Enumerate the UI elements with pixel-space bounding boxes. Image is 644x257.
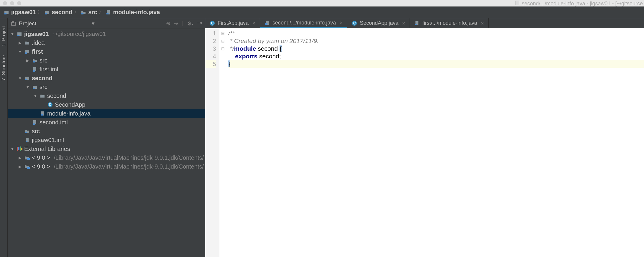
tree-row[interactable]: module-info.java xyxy=(8,109,205,118)
tab-label: FirstApp.java xyxy=(218,20,249,26)
tree-row[interactable]: second.iml xyxy=(8,118,205,127)
minimize-dot[interactable] xyxy=(10,1,14,5)
gear-icon[interactable]: ⚙▾ xyxy=(187,20,193,27)
tree-label: second.iml xyxy=(40,119,68,126)
folder-blue-icon xyxy=(80,9,86,15)
locate-icon[interactable]: ⊕ xyxy=(166,20,170,27)
autoscroll-icon[interactable]: ⇥ xyxy=(174,20,178,27)
folder-icon xyxy=(24,40,30,46)
window-titlebar: second/.../module-info.java - jigsaw01 -… xyxy=(0,0,644,6)
tree-row[interactable]: ▶src xyxy=(8,56,205,65)
collapse-icon[interactable]: ⭲ xyxy=(197,20,202,27)
tree-label: SecondApp xyxy=(55,101,85,108)
expand-toggle-icon[interactable]: ▼ xyxy=(10,147,15,151)
module-icon xyxy=(17,31,22,37)
tree-row[interactable]: ▶< 9.0 >/Library/Java/JavaVirtualMachine… xyxy=(8,153,205,162)
expand-toggle-icon[interactable]: ▶ xyxy=(18,41,22,45)
breadcrumb-item[interactable]: module-info.java xyxy=(105,9,160,16)
expand-toggle-icon[interactable]: ▶ xyxy=(25,58,30,63)
expand-toggle-icon[interactable]: ▼ xyxy=(18,76,22,80)
fold-toggle-icon[interactable]: ⊟ xyxy=(219,29,226,37)
tree-row[interactable]: ▼External Libraries xyxy=(8,144,205,153)
project-tool-window: Project ▾ ⊕ ⇥ | ⚙▾ ⭲ ▼jigsaw01~/gitsourc… xyxy=(8,18,205,257)
breadcrumb-item[interactable]: second xyxy=(44,9,72,16)
editor-tabs: CFirstApp.java✕second/.../module-info.ja… xyxy=(205,18,644,28)
tree-label: src xyxy=(40,57,47,64)
svg-rect-25 xyxy=(33,123,35,125)
breadcrumb-item[interactable]: jigsaw01 xyxy=(4,9,36,16)
tree-row[interactable]: jigsaw01.iml xyxy=(8,136,205,144)
chevron-right-icon: 〉 xyxy=(99,9,104,15)
svg-rect-23 xyxy=(41,114,43,116)
code-line[interactable]: * Created by yuzn on 2017/11/9. xyxy=(228,37,644,45)
tree-row[interactable]: first.iml xyxy=(8,65,205,74)
expand-toggle-icon[interactable]: ▶ xyxy=(18,156,22,160)
traffic-lights xyxy=(3,1,21,5)
lib-icon xyxy=(24,164,30,169)
tree-path: /Library/Java/JavaVirtualMachines/jdk-9.… xyxy=(54,163,204,170)
folder-blue-icon xyxy=(32,84,38,90)
code-line[interactable]: exports second; xyxy=(228,52,644,60)
svg-rect-16 xyxy=(33,70,35,72)
tree-row[interactable]: ▼src xyxy=(8,83,205,91)
expand-toggle-icon[interactable]: ▼ xyxy=(25,85,30,89)
expand-toggle-icon[interactable]: ▶ xyxy=(18,164,22,169)
module-icon xyxy=(24,49,30,55)
project-panel-title[interactable]: Project ▾ xyxy=(11,20,95,27)
code-line[interactable]: /** xyxy=(228,29,644,37)
fold-toggle-icon[interactable]: ⊟ xyxy=(219,45,226,52)
close-icon[interactable]: ✕ xyxy=(481,21,484,26)
svg-text:C: C xyxy=(211,21,214,25)
tree-row[interactable]: ▼jigsaw01~/gitsource/jigsaw01 xyxy=(8,29,205,38)
chevron-right-icon: 〉 xyxy=(74,9,79,15)
tree-row[interactable]: src xyxy=(8,127,205,136)
tool-window-tab[interactable]: 1: Project xyxy=(0,21,7,51)
breadcrumb-label: module-info.java xyxy=(113,9,160,16)
editor-tab[interactable]: first/.../module-info.java✕ xyxy=(410,18,489,28)
tree-row[interactable]: ▶.idea xyxy=(8,38,205,47)
project-tree[interactable]: ▼jigsaw01~/gitsource/jigsaw01▶.idea▼firs… xyxy=(8,29,205,257)
tool-window-tab[interactable]: 7: Structure xyxy=(0,51,7,85)
fold-column[interactable]: ⊟⊟⊟ xyxy=(219,28,226,257)
code-body[interactable]: /** * Created by yuzn on 2017/11/9. */mo… xyxy=(226,28,644,257)
tree-row[interactable]: ▼second xyxy=(8,91,205,100)
close-dot[interactable] xyxy=(3,1,7,5)
project-panel-header: Project ▾ ⊕ ⇥ | ⚙▾ ⭲ xyxy=(8,18,205,29)
tree-row[interactable]: ▼second xyxy=(8,74,205,83)
line-gutter: 12345 xyxy=(205,28,219,257)
close-icon[interactable]: ✕ xyxy=(402,21,405,26)
code-line[interactable]: */module second { xyxy=(228,45,644,52)
tree-label: first xyxy=(32,48,43,55)
close-icon[interactable]: ✕ xyxy=(252,21,256,26)
expand-toggle-icon[interactable]: ▼ xyxy=(10,32,15,36)
editor-tab[interactable]: CSecondApp.java✕ xyxy=(347,18,410,28)
code-editor[interactable]: 12345 ⊟⊟⊟ /** * Created by yuzn on 2017/… xyxy=(205,28,644,257)
line-number: 3 xyxy=(205,45,216,52)
chevron-down-icon[interactable]: ▾ xyxy=(92,20,95,27)
libs-icon xyxy=(17,146,22,152)
breadcrumb-item[interactable]: src xyxy=(80,9,97,16)
close-icon[interactable]: ✕ xyxy=(339,20,343,25)
code-line[interactable]: } xyxy=(228,60,644,68)
folder-icon xyxy=(40,93,45,99)
tree-label: second xyxy=(32,75,52,82)
editor-tab[interactable]: CFirstApp.java✕ xyxy=(205,18,260,28)
fold-toggle-icon[interactable]: ⊟ xyxy=(219,37,226,45)
tree-label: jigsaw01 xyxy=(24,31,49,37)
svg-rect-0 xyxy=(515,1,519,5)
tree-path: /Library/Java/JavaVirtualMachines/jdk-9.… xyxy=(54,154,204,161)
expand-toggle-icon[interactable]: ▼ xyxy=(18,50,22,54)
tree-row[interactable]: ▼first xyxy=(8,47,205,56)
tree-row[interactable]: CSecondApp xyxy=(8,100,205,109)
expand-toggle-icon[interactable]: ▼ xyxy=(33,94,38,98)
svg-rect-18 xyxy=(25,79,27,80)
folder-blue-icon xyxy=(24,128,30,134)
tree-row[interactable]: ▶< 9.0 >/Library/Java/JavaVirtualMachine… xyxy=(8,162,205,171)
maximize-dot[interactable] xyxy=(17,1,21,5)
breadcrumb-label: second xyxy=(52,9,72,16)
lib-icon xyxy=(24,155,30,161)
editor-tab[interactable]: second/.../module-info.java✕ xyxy=(260,18,347,28)
class-icon: C xyxy=(47,102,53,108)
breadcrumb-label: jigsaw01 xyxy=(11,9,36,16)
tree-label: src xyxy=(40,84,47,90)
